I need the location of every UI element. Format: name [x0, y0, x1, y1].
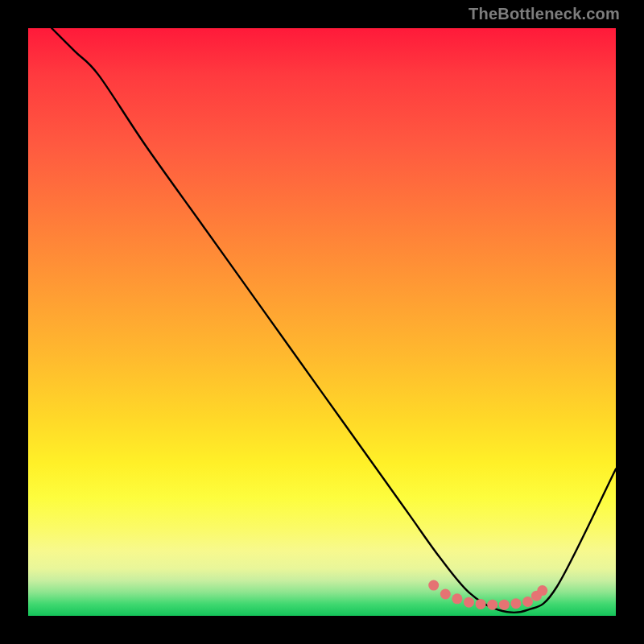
marker-dot: [537, 585, 547, 596]
marker-dot: [522, 597, 533, 607]
curve-svg: [28, 28, 616, 616]
watermark-text: TheBottleneck.com: [469, 5, 620, 23]
plot-area: [28, 28, 616, 616]
marker-dot: [499, 600, 510, 610]
bottleneck-curve: [52, 28, 616, 613]
marker-dot: [464, 597, 474, 608]
highlight-band: [428, 580, 547, 610]
marker-dot: [510, 598, 521, 609]
chart-frame: TheBottleneck.com: [0, 0, 644, 644]
marker-dot: [428, 580, 439, 591]
marker-dot: [452, 593, 462, 604]
marker-dot: [487, 600, 497, 610]
marker-dot: [476, 599, 486, 609]
marker-dot: [440, 588, 451, 599]
